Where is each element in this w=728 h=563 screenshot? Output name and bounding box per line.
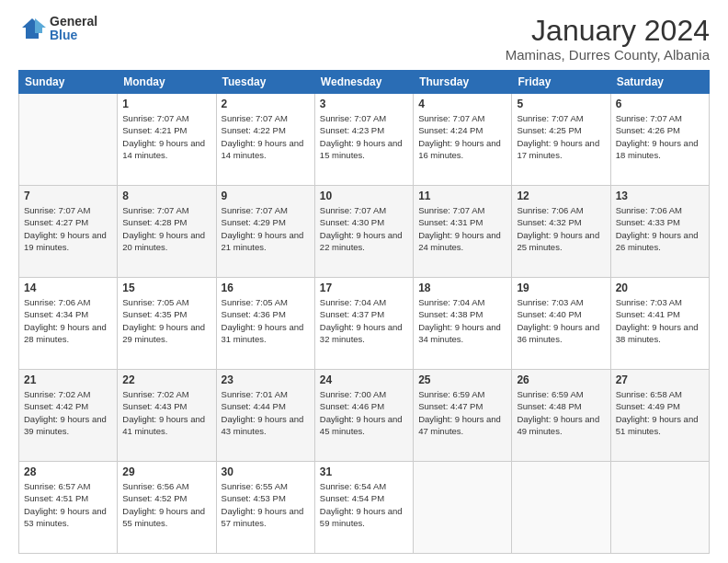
day-cell <box>19 94 118 186</box>
day-cell <box>414 462 512 554</box>
col-thursday: Thursday <box>414 71 512 94</box>
day-cell: 25Sunrise: 6:59 AMSunset: 4:47 PMDayligh… <box>414 370 512 462</box>
day-detail: Sunrise: 7:07 AMSunset: 4:21 PMDaylight:… <box>122 112 210 161</box>
day-cell: 21Sunrise: 7:02 AMSunset: 4:42 PMDayligh… <box>19 370 118 462</box>
day-detail: Sunrise: 7:07 AMSunset: 4:30 PMDaylight:… <box>320 204 408 253</box>
week-row-4: 21Sunrise: 7:02 AMSunset: 4:42 PMDayligh… <box>19 370 710 462</box>
day-cell <box>610 462 709 554</box>
day-cell: 1Sunrise: 7:07 AMSunset: 4:21 PMDaylight… <box>118 94 216 186</box>
calendar-header: Sunday Monday Tuesday Wednesday Thursday… <box>19 71 710 94</box>
logo-general: General <box>50 15 97 29</box>
day-cell: 13Sunrise: 7:06 AMSunset: 4:33 PMDayligh… <box>610 186 709 278</box>
page: General Blue January 2024 Maminas, Durre… <box>0 0 728 563</box>
day-cell: 18Sunrise: 7:04 AMSunset: 4:38 PMDayligh… <box>414 278 512 370</box>
day-number: 7 <box>24 190 112 202</box>
day-detail: Sunrise: 7:05 AMSunset: 4:36 PMDaylight:… <box>222 296 310 345</box>
calendar-body: 1Sunrise: 7:07 AMSunset: 4:21 PMDaylight… <box>19 94 710 554</box>
day-cell: 16Sunrise: 7:05 AMSunset: 4:36 PMDayligh… <box>216 278 314 370</box>
subtitle: Maminas, Durres County, Albania <box>506 47 710 63</box>
day-detail: Sunrise: 6:58 AMSunset: 4:49 PMDaylight:… <box>616 388 704 437</box>
day-detail: Sunrise: 7:07 AMSunset: 4:24 PMDaylight:… <box>418 112 506 161</box>
day-cell: 11Sunrise: 7:07 AMSunset: 4:31 PMDayligh… <box>414 186 512 278</box>
day-number: 1 <box>122 98 210 110</box>
day-detail: Sunrise: 7:07 AMSunset: 4:23 PMDaylight:… <box>320 112 408 161</box>
day-detail: Sunrise: 7:06 AMSunset: 4:33 PMDaylight:… <box>616 204 704 253</box>
day-detail: Sunrise: 7:06 AMSunset: 4:34 PMDaylight:… <box>24 296 112 345</box>
day-cell: 23Sunrise: 7:01 AMSunset: 4:44 PMDayligh… <box>216 370 314 462</box>
day-cell: 5Sunrise: 7:07 AMSunset: 4:25 PMDaylight… <box>512 94 610 186</box>
day-cell: 4Sunrise: 7:07 AMSunset: 4:24 PMDaylight… <box>414 94 512 186</box>
day-cell: 6Sunrise: 7:07 AMSunset: 4:26 PMDaylight… <box>610 94 709 186</box>
day-detail: Sunrise: 7:02 AMSunset: 4:43 PMDaylight:… <box>122 388 210 437</box>
day-number: 26 <box>517 373 605 386</box>
day-number: 11 <box>418 190 506 202</box>
week-row-2: 7Sunrise: 7:07 AMSunset: 4:27 PMDaylight… <box>19 186 710 278</box>
day-detail: Sunrise: 7:07 AMSunset: 4:31 PMDaylight:… <box>418 204 506 253</box>
day-detail: Sunrise: 6:55 AMSunset: 4:53 PMDaylight:… <box>222 480 310 529</box>
day-number: 25 <box>418 373 506 386</box>
day-number: 6 <box>616 98 704 110</box>
day-detail: Sunrise: 7:07 AMSunset: 4:26 PMDaylight:… <box>616 112 704 161</box>
day-cell: 9Sunrise: 7:07 AMSunset: 4:29 PMDaylight… <box>216 186 314 278</box>
day-detail: Sunrise: 7:03 AMSunset: 4:40 PMDaylight:… <box>517 296 605 345</box>
day-detail: Sunrise: 7:07 AMSunset: 4:27 PMDaylight:… <box>24 204 112 253</box>
day-number: 5 <box>517 98 605 110</box>
day-number: 18 <box>418 282 506 294</box>
col-wednesday: Wednesday <box>314 71 413 94</box>
day-cell: 12Sunrise: 7:06 AMSunset: 4:32 PMDayligh… <box>512 186 610 278</box>
day-cell: 3Sunrise: 7:07 AMSunset: 4:23 PMDaylight… <box>314 94 413 186</box>
day-number: 31 <box>320 465 408 478</box>
day-number: 28 <box>24 465 112 478</box>
day-detail: Sunrise: 7:07 AMSunset: 4:29 PMDaylight:… <box>222 204 310 253</box>
day-detail: Sunrise: 7:07 AMSunset: 4:28 PMDaylight:… <box>122 204 210 253</box>
week-row-5: 28Sunrise: 6:57 AMSunset: 4:51 PMDayligh… <box>19 462 710 554</box>
day-cell: 28Sunrise: 6:57 AMSunset: 4:51 PMDayligh… <box>19 462 118 554</box>
day-cell: 31Sunrise: 6:54 AMSunset: 4:54 PMDayligh… <box>314 462 413 554</box>
day-detail: Sunrise: 6:59 AMSunset: 4:47 PMDaylight:… <box>418 388 506 437</box>
day-cell: 15Sunrise: 7:05 AMSunset: 4:35 PMDayligh… <box>118 278 216 370</box>
header: General Blue January 2024 Maminas, Durre… <box>18 15 710 63</box>
day-detail: Sunrise: 6:57 AMSunset: 4:51 PMDaylight:… <box>24 480 112 529</box>
day-number: 10 <box>320 190 408 202</box>
logo-blue: Blue <box>50 29 97 42</box>
header-row: Sunday Monday Tuesday Wednesday Thursday… <box>19 71 710 94</box>
day-number: 19 <box>517 282 605 294</box>
logo-text: General Blue <box>50 15 97 43</box>
day-number: 27 <box>616 373 704 386</box>
logo: General Blue <box>18 15 97 43</box>
day-number: 15 <box>122 282 210 294</box>
day-cell: 17Sunrise: 7:04 AMSunset: 4:37 PMDayligh… <box>314 278 413 370</box>
day-cell: 27Sunrise: 6:58 AMSunset: 4:49 PMDayligh… <box>610 370 709 462</box>
title-block: January 2024 Maminas, Durres County, Alb… <box>506 15 710 63</box>
calendar-table: Sunday Monday Tuesday Wednesday Thursday… <box>18 70 710 554</box>
day-detail: Sunrise: 6:59 AMSunset: 4:48 PMDaylight:… <box>517 388 605 437</box>
day-number: 12 <box>517 190 605 202</box>
svg-marker-1 <box>35 18 46 33</box>
day-cell: 7Sunrise: 7:07 AMSunset: 4:27 PMDaylight… <box>19 186 118 278</box>
day-number: 9 <box>222 190 310 202</box>
day-detail: Sunrise: 7:07 AMSunset: 4:22 PMDaylight:… <box>222 112 310 161</box>
main-title: January 2024 <box>506 15 710 47</box>
col-saturday: Saturday <box>610 71 709 94</box>
day-number: 20 <box>616 282 704 294</box>
week-row-1: 1Sunrise: 7:07 AMSunset: 4:21 PMDaylight… <box>19 94 710 186</box>
day-detail: Sunrise: 7:00 AMSunset: 4:46 PMDaylight:… <box>320 388 408 437</box>
day-number: 4 <box>418 98 506 110</box>
day-cell: 8Sunrise: 7:07 AMSunset: 4:28 PMDaylight… <box>118 186 216 278</box>
day-number: 21 <box>24 373 112 386</box>
day-number: 22 <box>122 373 210 386</box>
logo-icon <box>18 15 46 42</box>
day-detail: Sunrise: 7:01 AMSunset: 4:44 PMDaylight:… <box>222 388 310 437</box>
day-cell: 26Sunrise: 6:59 AMSunset: 4:48 PMDayligh… <box>512 370 610 462</box>
day-cell: 20Sunrise: 7:03 AMSunset: 4:41 PMDayligh… <box>610 278 709 370</box>
col-monday: Monday <box>118 71 216 94</box>
week-row-3: 14Sunrise: 7:06 AMSunset: 4:34 PMDayligh… <box>19 278 710 370</box>
day-number: 16 <box>222 282 310 294</box>
day-detail: Sunrise: 7:04 AMSunset: 4:37 PMDaylight:… <box>320 296 408 345</box>
day-number: 14 <box>24 282 112 294</box>
day-detail: Sunrise: 6:54 AMSunset: 4:54 PMDaylight:… <box>320 480 408 529</box>
day-cell: 30Sunrise: 6:55 AMSunset: 4:53 PMDayligh… <box>216 462 314 554</box>
day-number: 30 <box>222 465 310 478</box>
day-detail: Sunrise: 7:05 AMSunset: 4:35 PMDaylight:… <box>122 296 210 345</box>
day-detail: Sunrise: 7:02 AMSunset: 4:42 PMDaylight:… <box>24 388 112 437</box>
